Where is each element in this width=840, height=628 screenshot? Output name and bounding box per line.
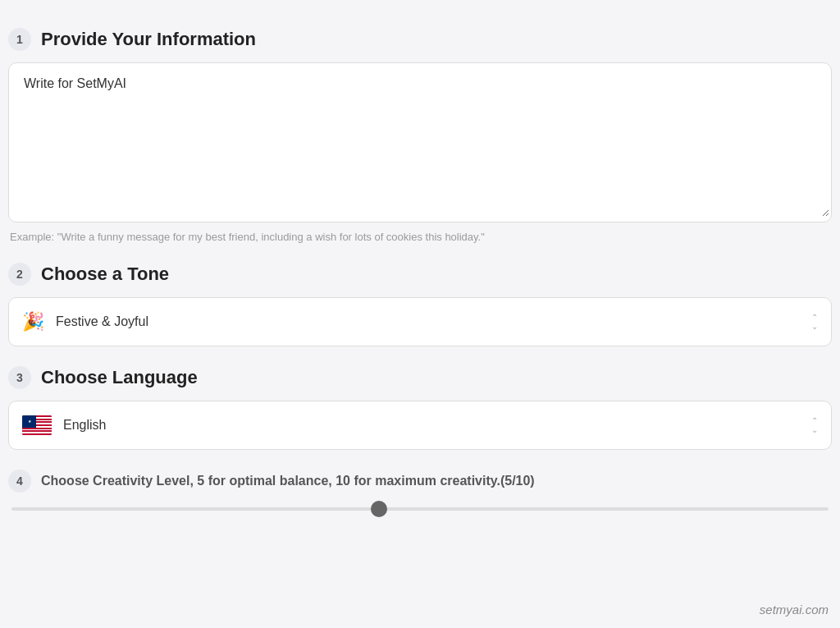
section4-wrapper: 4 Choose Creativity Level, 5 for optimal… — [8, 470, 832, 511]
tone-icon: 🎉 — [22, 311, 44, 332]
section4-number: 4 — [8, 470, 31, 493]
section3-header: 3 Choose Language — [8, 366, 832, 389]
slider-thumb[interactable] — [371, 501, 387, 517]
section1-title: Provide Your Information — [41, 29, 256, 50]
section1-header: 1 Provide Your Information — [8, 28, 832, 51]
language-chevron: ⌃ ⌄ — [811, 417, 818, 434]
us-flag-icon — [22, 415, 52, 435]
section2-number: 2 — [8, 263, 31, 286]
section3-wrapper: 3 Choose Language English ⌃ ⌄ — [8, 366, 832, 450]
language-chevron-up-icon: ⌃ — [811, 417, 818, 425]
language-select[interactable]: English ⌃ ⌄ — [8, 401, 832, 450]
section4-header: 4 Choose Creativity Level, 5 for optimal… — [8, 470, 832, 493]
chevron-up-icon: ⌃ — [811, 314, 818, 322]
language-value: English — [63, 418, 800, 433]
watermark: setmyai.com — [760, 603, 829, 617]
section4-title: Choose Creativity Level, 5 for optimal b… — [41, 474, 535, 488]
tone-select[interactable]: 🎉 Festive & Joyful ⌃ ⌄ — [8, 297, 832, 346]
info-textarea[interactable]: Write for SetMyAI — [11, 65, 829, 217]
example-hint: Example: "Write a funny message for my b… — [8, 231, 832, 243]
section1-number: 1 — [8, 28, 31, 51]
section3-number: 3 — [8, 366, 31, 389]
section2-wrapper: 2 Choose a Tone 🎉 Festive & Joyful ⌃ ⌄ — [8, 263, 832, 346]
section2-header: 2 Choose a Tone — [8, 263, 832, 286]
language-chevron-down-icon: ⌄ — [811, 426, 818, 434]
info-textarea-wrapper: Write for SetMyAI — [8, 62, 832, 222]
section2-title: Choose a Tone — [41, 264, 169, 285]
tone-chevron: ⌃ ⌄ — [811, 314, 818, 331]
creativity-slider-container — [8, 507, 832, 511]
section3-title: Choose Language — [41, 367, 198, 388]
tone-value: Festive & Joyful — [56, 314, 800, 329]
slider-fill — [11, 507, 379, 511]
chevron-down-icon: ⌄ — [811, 323, 818, 331]
slider-track — [11, 507, 829, 511]
